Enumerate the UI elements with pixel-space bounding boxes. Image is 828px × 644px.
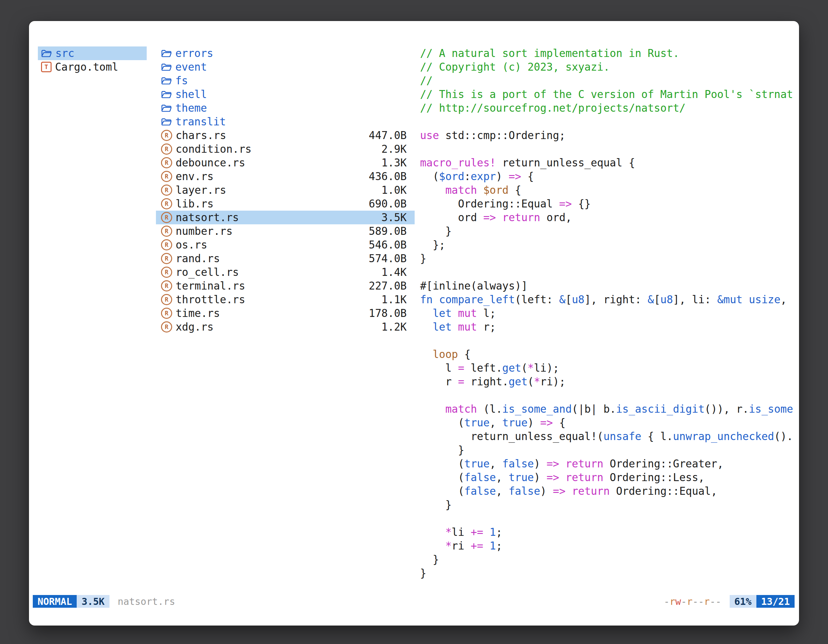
code-line: ($ord:expr) => {: [420, 169, 795, 183]
current-item-ro_cell.rs[interactable]: Rro_cell.rs1.4K: [156, 265, 415, 279]
current-item-terminal.rs[interactable]: Rterminal.rs227.0B: [156, 279, 415, 293]
code-line: [420, 142, 795, 156]
file-name: shell: [175, 88, 207, 101]
scroll-percent-chip: 61%: [730, 595, 756, 608]
parent-item-Cargo.toml[interactable]: TCargo.toml: [38, 60, 147, 74]
code-line: loop {: [420, 348, 795, 361]
current-item-throttle.rs[interactable]: Rthrottle.rs1.1K: [156, 293, 415, 306]
file-name: ro_cell.rs: [176, 265, 239, 279]
file-name: time.rs: [176, 306, 220, 320]
current-item-chars.rs[interactable]: Rchars.rs447.0B: [156, 128, 415, 142]
code-line: macro_rules! return_unless_equal {: [420, 156, 795, 169]
file-size: 1.4K: [381, 265, 407, 279]
rust-file-icon: R: [161, 280, 172, 291]
code-line: let mut l;: [420, 306, 795, 320]
code-line: let mut r;: [420, 320, 795, 334]
file-size: 227.0B: [369, 279, 407, 293]
status-bar-left: NORMAL 3.5K natsort.rs: [33, 595, 175, 608]
file-preview-pane: // A natural sort implementation in Rust…: [420, 47, 795, 595]
toml-file-icon: T: [41, 62, 52, 72]
file-name: Cargo.toml: [55, 60, 118, 74]
file-name: src: [55, 47, 74, 60]
file-name: theme: [175, 101, 207, 115]
rust-file-icon: R: [161, 157, 172, 168]
code-line: Ordering::Equal => {}: [420, 197, 795, 211]
current-item-translit[interactable]: translit: [156, 115, 415, 128]
code-line: [420, 334, 795, 348]
file-size: 574.0B: [369, 252, 407, 265]
current-item-number.rs[interactable]: Rnumber.rs589.0B: [156, 224, 415, 238]
rust-file-icon: R: [161, 239, 172, 251]
code-line: [420, 265, 795, 279]
file-size: 690.0B: [369, 197, 407, 211]
parent-item-src[interactable]: src: [38, 47, 147, 60]
code-line: fn compare_left(left: &[u8], right: &[u8…: [420, 293, 795, 306]
rust-file-icon: R: [161, 198, 172, 209]
rust-file-icon: R: [161, 212, 172, 223]
file-name: layer.rs: [176, 183, 226, 197]
current-directory-pane: errorseventfsshellthemetranslitRchars.rs…: [156, 47, 415, 334]
status-filename: natsort.rs: [118, 596, 175, 607]
code-line: // Copyright (c) 2023, sxyazi.: [420, 60, 795, 74]
current-item-theme[interactable]: theme: [156, 101, 415, 115]
file-name: os.rs: [176, 238, 207, 252]
current-item-fs[interactable]: fs: [156, 74, 415, 88]
rust-file-icon: R: [161, 321, 172, 332]
file-size: 1.1K: [381, 293, 407, 306]
code-line: }: [420, 443, 795, 457]
code-line: // http://sourcefrog.net/projects/natsor…: [420, 101, 795, 115]
current-item-xdg.rs[interactable]: Rxdg.rs1.2K: [156, 320, 415, 334]
file-name: chars.rs: [176, 128, 226, 142]
code-line: use std::cmp::Ordering;: [420, 128, 795, 142]
code-line: (false, true) => return Ordering::Less,: [420, 471, 795, 484]
rust-file-icon: R: [161, 308, 172, 319]
code-line: }: [420, 224, 795, 238]
current-item-env.rs[interactable]: Renv.rs436.0B: [156, 169, 415, 183]
code-line: match (l.is_some_and(|b| b.is_ascii_digi…: [420, 402, 795, 416]
current-item-event[interactable]: event: [156, 60, 415, 74]
file-name: condition.rs: [176, 142, 251, 156]
file-name: xdg.rs: [176, 320, 213, 334]
file-size: 546.0B: [369, 238, 407, 252]
status-bar: NORMAL 3.5K natsort.rs -rw-r--r-- 61% 13…: [33, 595, 795, 608]
code-line: }: [420, 252, 795, 265]
current-item-condition.rs[interactable]: Rcondition.rs2.9K: [156, 142, 415, 156]
status-bar-right: -rw-r--r-- 61% 13/21: [664, 595, 795, 608]
file-name: number.rs: [176, 224, 233, 238]
current-item-natsort.rs[interactable]: Rnatsort.rs3.5K: [156, 211, 415, 224]
code-line: *ri += 1;: [420, 539, 795, 553]
current-item-layer.rs[interactable]: Rlayer.rs1.0K: [156, 183, 415, 197]
rust-file-icon: R: [161, 266, 172, 278]
file-name: natsort.rs: [176, 211, 239, 224]
code-line: match $ord {: [420, 183, 795, 197]
file-name: debounce.rs: [176, 156, 245, 169]
folder-icon: [161, 63, 172, 72]
file-size: 447.0B: [369, 128, 407, 142]
file-name: fs: [175, 74, 188, 88]
code-line: }: [420, 566, 795, 580]
current-item-shell[interactable]: shell: [156, 88, 415, 101]
rust-file-icon: R: [161, 226, 172, 237]
rust-file-icon: R: [161, 185, 172, 196]
code-line: (false, false) => return Ordering::Equal…: [420, 484, 795, 498]
file-size: 589.0B: [369, 224, 407, 238]
current-item-os.rs[interactable]: Ros.rs546.0B: [156, 238, 415, 252]
code-line: (true, false) => return Ordering::Greate…: [420, 457, 795, 471]
current-item-rand.rs[interactable]: Rrand.rs574.0B: [156, 252, 415, 265]
code-line: [420, 512, 795, 525]
code-line: }: [420, 498, 795, 512]
folder-icon: [161, 90, 172, 99]
file-name: env.rs: [176, 169, 213, 183]
code-line: // A natural sort implementation in Rust…: [420, 47, 795, 60]
current-item-debounce.rs[interactable]: Rdebounce.rs1.3K: [156, 156, 415, 169]
file-size: 2.9K: [381, 142, 407, 156]
current-item-errors[interactable]: errors: [156, 47, 415, 60]
current-item-time.rs[interactable]: Rtime.rs178.0B: [156, 306, 415, 320]
code-line: [420, 115, 795, 128]
code-line: (true, true) => {: [420, 416, 795, 429]
code-line: *li += 1;: [420, 525, 795, 539]
file-size: 1.3K: [381, 156, 407, 169]
file-name: throttle.rs: [176, 293, 245, 306]
current-item-lib.rs[interactable]: Rlib.rs690.0B: [156, 197, 415, 211]
folder-icon: [161, 117, 172, 126]
